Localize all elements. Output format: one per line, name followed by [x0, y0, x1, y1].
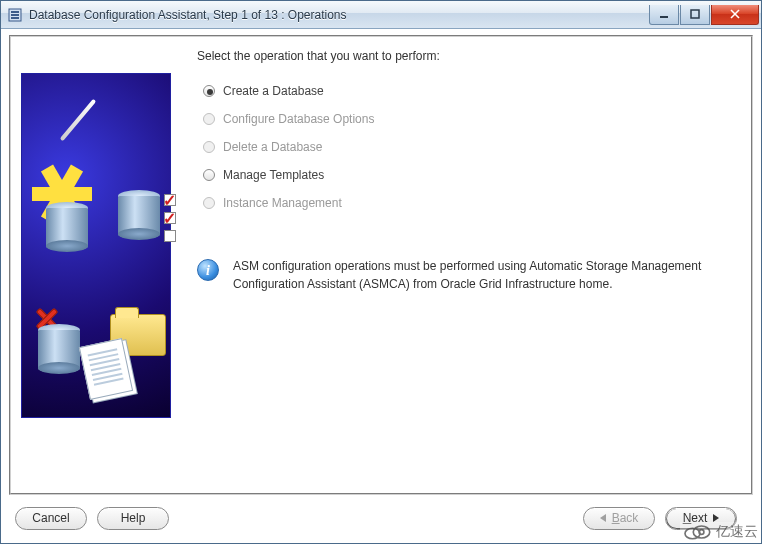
svg-rect-1 [11, 11, 19, 13]
window-title: Database Configuration Assistant, Step 1… [29, 8, 648, 22]
client-area: ✓ ✓ Select the operation that you want t… [1, 29, 761, 543]
chevron-right-icon [713, 514, 719, 522]
svg-rect-2 [11, 14, 19, 16]
minimize-button[interactable] [649, 5, 679, 25]
content-area: Select the operation that you want to pe… [197, 47, 737, 483]
radio-label: Delete a Database [223, 140, 322, 154]
radio-icon [203, 85, 215, 97]
wand-icon [52, 94, 98, 140]
wizard-graphic: ✓ ✓ [21, 73, 171, 418]
radio-manage-templates[interactable]: Manage Templates [203, 161, 737, 189]
close-button[interactable] [711, 5, 759, 25]
cancel-button[interactable]: Cancel [15, 507, 87, 530]
app-icon [7, 7, 23, 23]
button-label: Back [612, 511, 639, 525]
radio-create-database[interactable]: Create a Database [203, 77, 737, 105]
maximize-button[interactable] [680, 5, 710, 25]
radio-instance-management: Instance Management [203, 189, 737, 217]
svg-rect-5 [691, 10, 699, 18]
database-icon [118, 190, 160, 240]
main-panel: ✓ ✓ Select the operation that you want t… [9, 35, 753, 495]
radio-icon [203, 197, 215, 209]
info-text: ASM configuration operations must be per… [233, 257, 737, 293]
info-panel: i ASM configuration operations must be p… [197, 257, 737, 293]
database-icon [38, 324, 80, 374]
button-label: Help [121, 511, 146, 525]
prompt-text: Select the operation that you want to pe… [197, 49, 737, 63]
help-button[interactable]: Help [97, 507, 169, 530]
radio-label: Manage Templates [223, 168, 324, 182]
chevron-left-icon [600, 514, 606, 522]
info-icon: i [197, 259, 219, 281]
titlebar[interactable]: Database Configuration Assistant, Step 1… [1, 1, 761, 29]
database-icon [46, 202, 88, 252]
checkbox-icon: ✓ [164, 212, 176, 224]
next-button[interactable]: Next [665, 507, 737, 530]
radio-icon [203, 141, 215, 153]
radio-icon [203, 113, 215, 125]
button-label: Next [683, 511, 708, 525]
window-frame: Database Configuration Assistant, Step 1… [0, 0, 762, 544]
button-bar: Cancel Help Back Next [9, 495, 753, 535]
radio-label: Instance Management [223, 196, 342, 210]
svg-rect-3 [11, 17, 19, 19]
checkbox-icon: ✓ [164, 194, 176, 206]
checkbox-icon [164, 230, 176, 242]
radio-delete-database: Delete a Database [203, 133, 737, 161]
operation-options: Create a Database Configure Database Opt… [203, 77, 737, 217]
radio-icon [203, 169, 215, 181]
back-button: Back [583, 507, 655, 530]
radio-label: Configure Database Options [223, 112, 374, 126]
button-label: Cancel [32, 511, 69, 525]
window-controls [648, 5, 759, 25]
radio-label: Create a Database [223, 84, 324, 98]
svg-rect-4 [660, 16, 668, 18]
radio-configure-options: Configure Database Options [203, 105, 737, 133]
